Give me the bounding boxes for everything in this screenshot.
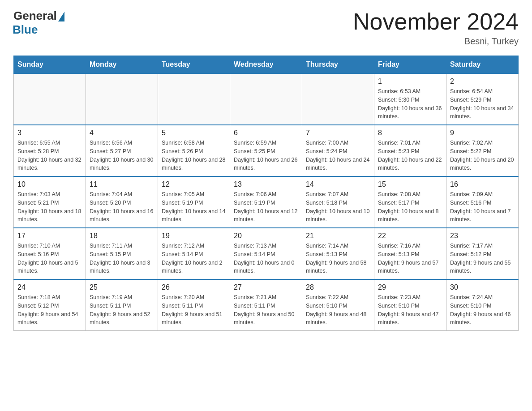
- calendar-cell: 26Sunrise: 7:20 AMSunset: 5:11 PMDayligh…: [158, 279, 230, 331]
- week-row-3: 10Sunrise: 7:03 AMSunset: 5:21 PMDayligh…: [14, 176, 519, 228]
- calendar-cell: 1Sunrise: 6:53 AMSunset: 5:30 PMDaylight…: [374, 73, 446, 125]
- calendar-cell: 11Sunrise: 7:04 AMSunset: 5:20 PMDayligh…: [86, 176, 158, 228]
- day-info: Sunrise: 7:02 AMSunset: 5:22 PMDaylight:…: [450, 139, 515, 172]
- calendar-cell: 19Sunrise: 7:12 AMSunset: 5:14 PMDayligh…: [158, 228, 230, 279]
- weekday-header-row: SundayMondayTuesdayWednesdayThursdayFrid…: [14, 56, 519, 74]
- day-number: 15: [378, 180, 442, 188]
- weekday-header-monday: Monday: [86, 56, 158, 74]
- calendar-cell: 27Sunrise: 7:21 AMSunset: 5:11 PMDayligh…: [230, 279, 302, 331]
- calendar-cell: [230, 73, 302, 125]
- calendar-cell: 23Sunrise: 7:17 AMSunset: 5:12 PMDayligh…: [446, 228, 519, 279]
- title-area: November 2024 Besni, Turkey: [353, 9, 519, 47]
- calendar-cell: 18Sunrise: 7:11 AMSunset: 5:15 PMDayligh…: [86, 228, 158, 279]
- day-info: Sunrise: 7:21 AMSunset: 5:11 PMDaylight:…: [234, 293, 298, 327]
- day-info: Sunrise: 6:53 AMSunset: 5:30 PMDaylight:…: [378, 87, 442, 121]
- day-number: 5: [162, 129, 226, 137]
- logo-general-text: General: [13, 9, 57, 23]
- calendar-cell: 2Sunrise: 6:54 AMSunset: 5:29 PMDaylight…: [446, 73, 519, 125]
- calendar-cell: 5Sunrise: 6:58 AMSunset: 5:26 PMDaylight…: [158, 125, 230, 176]
- day-info: Sunrise: 7:17 AMSunset: 5:12 PMDaylight:…: [450, 242, 515, 275]
- day-number: 17: [17, 232, 82, 240]
- day-info: Sunrise: 7:14 AMSunset: 5:13 PMDaylight:…: [306, 242, 370, 275]
- calendar-cell: 25Sunrise: 7:19 AMSunset: 5:11 PMDayligh…: [86, 279, 158, 331]
- calendar-cell: 22Sunrise: 7:16 AMSunset: 5:13 PMDayligh…: [374, 228, 446, 279]
- day-number: 13: [234, 180, 298, 188]
- day-number: 27: [234, 283, 298, 291]
- logo-triangle-icon: [58, 12, 64, 21]
- calendar-cell: 8Sunrise: 7:01 AMSunset: 5:23 PMDaylight…: [374, 125, 446, 176]
- day-info: Sunrise: 7:13 AMSunset: 5:14 PMDaylight:…: [234, 242, 298, 275]
- day-number: 30: [450, 283, 515, 291]
- day-number: 28: [306, 283, 370, 291]
- week-row-4: 17Sunrise: 7:10 AMSunset: 5:16 PMDayligh…: [14, 228, 519, 279]
- day-number: 14: [306, 180, 370, 188]
- calendar-cell: 21Sunrise: 7:14 AMSunset: 5:13 PMDayligh…: [302, 228, 374, 279]
- calendar-cell: 28Sunrise: 7:22 AMSunset: 5:10 PMDayligh…: [302, 279, 374, 331]
- location: Besni, Turkey: [353, 36, 519, 47]
- day-number: 22: [378, 232, 442, 240]
- day-info: Sunrise: 7:10 AMSunset: 5:16 PMDaylight:…: [17, 242, 82, 275]
- day-number: 12: [162, 180, 226, 188]
- day-info: Sunrise: 7:06 AMSunset: 5:19 PMDaylight:…: [234, 190, 298, 224]
- calendar-cell: 6Sunrise: 6:59 AMSunset: 5:25 PMDaylight…: [230, 125, 302, 176]
- calendar-cell: 10Sunrise: 7:03 AMSunset: 5:21 PMDayligh…: [14, 176, 86, 228]
- day-info: Sunrise: 7:24 AMSunset: 5:10 PMDaylight:…: [450, 293, 515, 327]
- day-info: Sunrise: 7:03 AMSunset: 5:21 PMDaylight:…: [17, 190, 82, 224]
- day-info: Sunrise: 7:07 AMSunset: 5:18 PMDaylight:…: [306, 190, 370, 224]
- day-info: Sunrise: 7:01 AMSunset: 5:23 PMDaylight:…: [378, 139, 442, 172]
- weekday-header-thursday: Thursday: [302, 56, 374, 74]
- calendar-cell: 12Sunrise: 7:05 AMSunset: 5:19 PMDayligh…: [158, 176, 230, 228]
- calendar-cell: 16Sunrise: 7:09 AMSunset: 5:16 PMDayligh…: [446, 176, 519, 228]
- day-info: Sunrise: 7:16 AMSunset: 5:13 PMDaylight:…: [378, 242, 442, 275]
- day-number: 4: [90, 129, 154, 137]
- day-info: Sunrise: 7:04 AMSunset: 5:20 PMDaylight:…: [90, 190, 154, 224]
- calendar-table: SundayMondayTuesdayWednesdayThursdayFrid…: [13, 56, 519, 331]
- calendar-cell: 14Sunrise: 7:07 AMSunset: 5:18 PMDayligh…: [302, 176, 374, 228]
- header: General Blue November 2024 Besni, Turkey: [13, 9, 519, 47]
- day-info: Sunrise: 6:58 AMSunset: 5:26 PMDaylight:…: [162, 139, 226, 172]
- month-title: November 2024: [353, 9, 519, 34]
- day-info: Sunrise: 7:22 AMSunset: 5:10 PMDaylight:…: [306, 293, 370, 327]
- day-number: 18: [90, 232, 154, 240]
- calendar-cell: 13Sunrise: 7:06 AMSunset: 5:19 PMDayligh…: [230, 176, 302, 228]
- weekday-header-tuesday: Tuesday: [158, 56, 230, 74]
- day-info: Sunrise: 7:00 AMSunset: 5:24 PMDaylight:…: [306, 139, 370, 172]
- day-number: 24: [17, 283, 82, 291]
- day-number: 7: [306, 129, 370, 137]
- day-info: Sunrise: 7:19 AMSunset: 5:11 PMDaylight:…: [90, 293, 154, 327]
- calendar-cell: 3Sunrise: 6:55 AMSunset: 5:28 PMDaylight…: [14, 125, 86, 176]
- day-info: Sunrise: 7:18 AMSunset: 5:12 PMDaylight:…: [17, 293, 82, 327]
- calendar-cell: [86, 73, 158, 125]
- day-number: 9: [450, 129, 515, 137]
- day-info: Sunrise: 7:20 AMSunset: 5:11 PMDaylight:…: [162, 293, 226, 327]
- logo: General Blue: [13, 9, 64, 37]
- day-number: 16: [450, 180, 515, 188]
- day-number: 11: [90, 180, 154, 188]
- day-number: 2: [450, 77, 515, 86]
- day-number: 23: [450, 232, 515, 240]
- day-number: 3: [17, 129, 82, 137]
- calendar-cell: 15Sunrise: 7:08 AMSunset: 5:17 PMDayligh…: [374, 176, 446, 228]
- logo-blue-text: Blue: [13, 23, 38, 37]
- calendar-cell: 24Sunrise: 7:18 AMSunset: 5:12 PMDayligh…: [14, 279, 86, 331]
- week-row-5: 24Sunrise: 7:18 AMSunset: 5:12 PMDayligh…: [14, 279, 519, 331]
- day-number: 6: [234, 129, 298, 137]
- day-number: 25: [90, 283, 154, 291]
- weekday-header-wednesday: Wednesday: [230, 56, 302, 74]
- day-number: 19: [162, 232, 226, 240]
- calendar-cell: 9Sunrise: 7:02 AMSunset: 5:22 PMDaylight…: [446, 125, 519, 176]
- day-info: Sunrise: 7:09 AMSunset: 5:16 PMDaylight:…: [450, 190, 515, 224]
- day-info: Sunrise: 7:08 AMSunset: 5:17 PMDaylight:…: [378, 190, 442, 224]
- week-row-1: 1Sunrise: 6:53 AMSunset: 5:30 PMDaylight…: [14, 73, 519, 125]
- day-number: 1: [378, 77, 442, 86]
- calendar-cell: 29Sunrise: 7:23 AMSunset: 5:10 PMDayligh…: [374, 279, 446, 331]
- day-number: 20: [234, 232, 298, 240]
- calendar-cell: 7Sunrise: 7:00 AMSunset: 5:24 PMDaylight…: [302, 125, 374, 176]
- calendar-cell: 17Sunrise: 7:10 AMSunset: 5:16 PMDayligh…: [14, 228, 86, 279]
- day-number: 26: [162, 283, 226, 291]
- day-info: Sunrise: 7:23 AMSunset: 5:10 PMDaylight:…: [378, 293, 442, 327]
- day-info: Sunrise: 7:11 AMSunset: 5:15 PMDaylight:…: [90, 242, 154, 275]
- calendar-cell: [158, 73, 230, 125]
- week-row-2: 3Sunrise: 6:55 AMSunset: 5:28 PMDaylight…: [14, 125, 519, 176]
- day-info: Sunrise: 6:55 AMSunset: 5:28 PMDaylight:…: [17, 139, 82, 172]
